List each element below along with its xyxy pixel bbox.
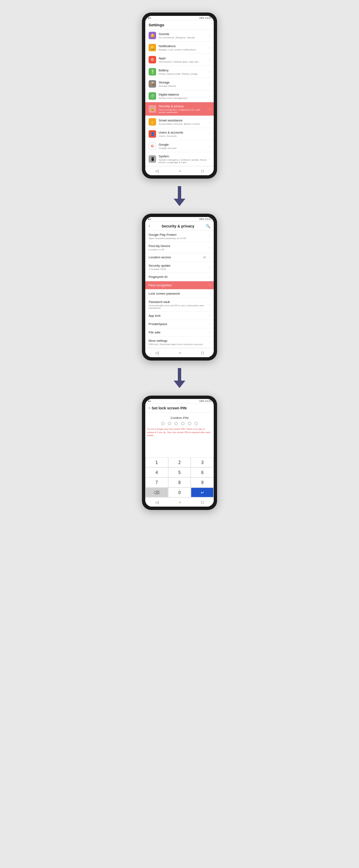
digital-balance-icon: ⏱ (149, 92, 156, 100)
face-recognition-item[interactable]: Face recognition › (145, 281, 214, 290)
more-settings-item[interactable]: More settings SIM lock, Download apps fr… (145, 337, 214, 348)
pin-key-enter[interactable]: ↵ (191, 487, 214, 497)
phone-3: ●▪▪ 34% 13:20 ‹ Set lock screen PIN Conf… (142, 396, 217, 510)
sounds-subtitle: Do not disturb, Ringtone, Vibrate (159, 36, 207, 39)
lock-screen-password-chevron: › (209, 292, 210, 295)
storage-text: Storage Storage cleaner (159, 81, 207, 87)
pin-key-4[interactable]: 4 (145, 467, 168, 477)
face-recognition-text: Face recognition (149, 283, 207, 287)
private-space-item[interactable]: PrivateSpace › (145, 320, 214, 328)
title-bar-1: Settings (145, 20, 214, 30)
google-play-protect-text: Google Play Protect Apps scanned yesterd… (149, 233, 207, 240)
sounds-text: Sounds Do not disturb, Ringtone, Vibrate (159, 32, 207, 39)
security-privacy-page-title: Security & privacy (150, 224, 206, 228)
app-lock-item[interactable]: App lock › (145, 312, 214, 320)
confirm-pin-label: Confirm PIN (145, 416, 214, 420)
nav-home-1[interactable]: ○ (179, 169, 181, 173)
password-vault-title: Password vault (149, 300, 207, 304)
nav-back-3[interactable]: ◁ (155, 500, 159, 505)
password-vault-item[interactable]: Password vault Automatically save and fi… (145, 298, 214, 312)
security-list: Google Play Protect Apps scanned yesterd… (145, 231, 214, 348)
apps-title: Apps (159, 56, 207, 60)
fingerprint-id-item[interactable]: Fingerprint ID › (145, 273, 214, 281)
storage-chevron: › (209, 82, 210, 86)
nav-home-3[interactable]: ○ (179, 500, 181, 505)
nav-recent-1[interactable]: □ (201, 169, 204, 173)
title-bar-2: ‹ Security & privacy 🔍 (145, 222, 214, 231)
pin-dot-2 (168, 422, 171, 425)
users-accounts-title: Users & accounts (159, 131, 207, 134)
pin-dot-1 (161, 422, 164, 425)
settings-item-storage[interactable]: 📦 Storage Storage cleaner › (145, 78, 214, 90)
security-privacy-text: Security & privacy Face recognition, Fin… (159, 104, 207, 114)
settings-item-security-privacy[interactable]: 🔒 Security & privacy Face recognition, F… (145, 102, 214, 116)
settings-item-battery[interactable]: 🔋 Battery Power saving mode, Battery usa… (145, 66, 214, 78)
more-settings-title: More settings (149, 339, 207, 343)
status-bar-1: ●▪▪ 34% 13:20 (145, 16, 214, 20)
file-safe-item[interactable]: File safe › (145, 328, 214, 337)
google-title: Google (159, 143, 207, 146)
pin-key-6[interactable]: 6 (191, 467, 214, 477)
search-icon-2[interactable]: 🔍 (206, 224, 210, 228)
app-lock-chevron: › (209, 314, 210, 318)
smart-assistance-icon: ✋ (149, 118, 156, 126)
pin-key-7[interactable]: 7 (145, 477, 168, 487)
pin-key-5[interactable]: 5 (168, 467, 191, 477)
settings-item-sounds[interactable]: 🔔 Sounds Do not disturb, Ringtone, Vibra… (145, 30, 214, 42)
phone-2: ●▪▪ 36% 13:20 ‹ Security & privacy 🔍 Goo… (142, 214, 217, 361)
google-play-protect-item[interactable]: Google Play Protect Apps scanned yesterd… (145, 231, 214, 242)
arrow-head-2 (174, 381, 185, 388)
google-chevron: › (209, 144, 210, 148)
apps-text: Apps Permissions, Default apps, App twin (159, 56, 207, 63)
find-my-device-item[interactable]: Find My Device Location is off › (145, 242, 214, 253)
nav-bar-2: ◁ ○ □ (145, 348, 214, 357)
arrow-2 (174, 368, 185, 388)
pin-warning-text: Try not to forget your lock screen PIN. … (145, 428, 214, 437)
find-my-device-text: Find My Device Location is off (149, 244, 207, 251)
pin-key-0[interactable]: 0 (168, 487, 191, 497)
pin-key-1[interactable]: 1 (145, 457, 168, 467)
security-update-subtitle: 1 October 2018 (149, 268, 207, 270)
app-lock-text: App lock (149, 314, 207, 318)
security-update-title: Security update (149, 264, 207, 267)
phone-1: ●▪▪ 34% 13:20 Settings 🔔 Sounds Do not d… (142, 13, 217, 179)
lock-screen-password-item[interactable]: Lock screen password › (145, 290, 214, 298)
pin-row-1: 1 2 3 (145, 457, 214, 467)
face-recognition-title: Face recognition (149, 283, 207, 287)
settings-item-smart-assistance[interactable]: ✋ Smart assistance Accessibility, HiTouc… (145, 116, 214, 128)
file-safe-title: File safe (149, 331, 207, 334)
fingerprint-id-text: Fingerprint ID (149, 275, 207, 279)
settings-item-digital-balance[interactable]: ⏱ Digital balance Screen time management… (145, 90, 214, 102)
lock-screen-password-title: Lock screen password (149, 292, 207, 295)
back-arrow-3[interactable]: ‹ (149, 406, 150, 410)
settings-item-notifications[interactable]: 🔔 Notifications Badges, Lock screen noti… (145, 42, 214, 54)
system-icon: 📱 (149, 155, 156, 163)
screen-3: ●▪▪ 34% 13:20 ‹ Set lock screen PIN Conf… (145, 399, 214, 507)
pin-key-2[interactable]: 2 (168, 457, 191, 467)
nav-recent-3[interactable]: □ (201, 500, 204, 505)
google-subtitle: Google services (159, 147, 207, 149)
users-accounts-chevron: › (209, 132, 210, 136)
location-access-item[interactable]: Location access off › (145, 253, 214, 262)
pin-dot-6 (195, 422, 198, 425)
pin-key-9[interactable]: 9 (191, 477, 214, 487)
security-privacy-chevron: › (209, 107, 210, 111)
battery-chevron: › (209, 70, 210, 74)
nav-bar-3: ◁ ○ □ (145, 497, 214, 507)
settings-item-users-accounts[interactable]: 👤 Users & accounts Users, Accounts › (145, 128, 214, 140)
pin-key-8[interactable]: 8 (168, 477, 191, 487)
settings-item-apps[interactable]: ⚙ Apps Permissions, Default apps, App tw… (145, 54, 214, 66)
nav-back-1[interactable]: ◁ (155, 169, 159, 173)
nav-back-2[interactable]: ◁ (155, 351, 159, 355)
pin-key-3[interactable]: 3 (191, 457, 214, 467)
status-bar-3: ●▪▪ 34% 13:20 (145, 399, 214, 404)
pin-spacer (145, 441, 214, 457)
pin-key-delete[interactable]: ⌫ (145, 487, 168, 497)
pin-dots-row (145, 422, 214, 425)
nav-home-2[interactable]: ○ (179, 351, 181, 355)
settings-item-system[interactable]: 📱 System System navigation, Software upd… (145, 152, 214, 166)
settings-item-google[interactable]: G Google Google services › (145, 140, 214, 152)
nav-recent-2[interactable]: □ (201, 351, 204, 355)
security-update-item[interactable]: Security update 1 October 2018 › (145, 262, 214, 273)
pin-keypad: 1 2 3 4 5 6 7 8 9 ⌫ 0 ↵ (145, 457, 214, 497)
